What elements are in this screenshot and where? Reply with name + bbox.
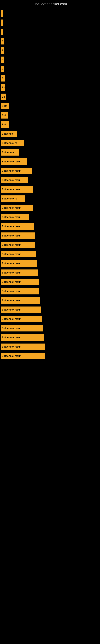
bar-item: Bottlenec bbox=[1, 130, 17, 137]
bar-row: Bott bbox=[0, 102, 100, 110]
bar-item: Bo bbox=[1, 94, 6, 100]
bar-item: Bottleneck result bbox=[1, 251, 36, 258]
bar-item: Bottleneck result bbox=[1, 297, 40, 304]
bar-row: Bottleneck result bbox=[0, 333, 100, 342]
bars-container: FFBFEBBoBoBottBotBottBottlenecBottleneck… bbox=[0, 7, 100, 363]
bar-item: Bottleneck result bbox=[1, 306, 41, 313]
bar-row: Bottleneck result bbox=[0, 315, 100, 323]
bar-row: Bottleneck result bbox=[0, 268, 100, 277]
bar-item: Bottleneck result bbox=[1, 242, 35, 248]
bar-row: Bottleneck resu bbox=[0, 213, 100, 222]
bar-row: Bo bbox=[0, 83, 100, 92]
bar-item: Bo bbox=[1, 84, 5, 91]
bar-row bbox=[0, 9, 100, 18]
bar-item: Bottleneck result bbox=[1, 316, 42, 322]
bar-item: Bottleneck result bbox=[1, 334, 44, 341]
bar-row: Bottleneck result bbox=[0, 296, 100, 305]
bar-row: Bottleneck result bbox=[0, 185, 100, 194]
bar-item: Bott bbox=[1, 121, 9, 128]
bar-item: Bottleneck result bbox=[1, 205, 33, 211]
bar-row: Bottleneck resu bbox=[0, 176, 100, 184]
bar-item: F bbox=[1, 56, 4, 63]
bar-item: Bottleneck result bbox=[1, 223, 34, 230]
bar-item: Bottleneck re bbox=[1, 196, 25, 202]
bar-item: Bottleneck resu bbox=[1, 177, 28, 183]
bar-row: Bottleneck result bbox=[0, 352, 100, 360]
bar-row: Bottleneck result bbox=[0, 342, 100, 351]
bar-row: Bottleneck re bbox=[0, 139, 100, 147]
bar-item: Bot bbox=[1, 112, 8, 118]
bar-item: Bottleneck result bbox=[1, 344, 45, 350]
bar-item bbox=[1, 20, 3, 26]
bar-row: B bbox=[0, 74, 100, 82]
bar-item: Bottleneck bbox=[1, 149, 19, 156]
bar-item: Bottleneck result bbox=[1, 168, 32, 174]
bar-row: F bbox=[0, 28, 100, 36]
bar-item: Bottleneck result bbox=[1, 270, 38, 276]
bar-row: Bottleneck result bbox=[0, 222, 100, 231]
bar-row: B bbox=[0, 46, 100, 55]
bar-row: F bbox=[0, 37, 100, 46]
bar-item: Bottleneck resu bbox=[1, 158, 27, 165]
bar-item: Bottleneck result bbox=[1, 325, 43, 332]
bar-item: Bottleneck result bbox=[1, 186, 33, 192]
bar-item: Bott bbox=[1, 103, 9, 109]
bar-row: Bottleneck result bbox=[0, 324, 100, 332]
bar-row: Bottleneck result bbox=[0, 250, 100, 258]
bar-row: Bot bbox=[0, 111, 100, 120]
site-title: TheBottlenecker.com bbox=[0, 0, 100, 7]
bar-row bbox=[0, 18, 100, 27]
bar-row: Bottleneck result bbox=[0, 204, 100, 212]
bar-row: Bottlenec bbox=[0, 130, 100, 138]
bar-row: F bbox=[0, 56, 100, 64]
bar-row: Bottleneck result bbox=[0, 306, 100, 314]
bar-row: Bott bbox=[0, 120, 100, 129]
bar-item bbox=[1, 10, 2, 17]
bar-row: Bottleneck result bbox=[0, 259, 100, 268]
bar-row: Bottleneck result bbox=[0, 287, 100, 296]
bar-item: Bottleneck resu bbox=[1, 214, 29, 220]
bar-item: B bbox=[1, 47, 4, 54]
bar-item: Bottleneck re bbox=[1, 140, 24, 146]
bar-row: Bottleneck resu bbox=[0, 158, 100, 166]
bar-row: Bottleneck re bbox=[0, 194, 100, 203]
bar-row: E bbox=[0, 65, 100, 73]
bar-item: F bbox=[1, 29, 3, 35]
bar-item: E bbox=[1, 66, 4, 72]
bar-row: Bottleneck result bbox=[0, 167, 100, 175]
bar-item: Bottleneck result bbox=[1, 288, 39, 294]
bar-row: Bottleneck result bbox=[0, 232, 100, 240]
bar-item: Bottleneck result bbox=[1, 353, 46, 359]
bar-item: Bottleneck result bbox=[1, 232, 35, 239]
bar-row: Bottleneck result bbox=[0, 278, 100, 286]
bar-row: Bottleneck result bbox=[0, 241, 100, 249]
bar-row: Bottleneck bbox=[0, 148, 100, 156]
bar-row: Bo bbox=[0, 92, 100, 101]
bar-item: F bbox=[1, 38, 4, 44]
bar-item: Bottleneck result bbox=[1, 260, 37, 267]
bar-item: Bottleneck result bbox=[1, 279, 39, 285]
bar-item: B bbox=[1, 75, 4, 82]
